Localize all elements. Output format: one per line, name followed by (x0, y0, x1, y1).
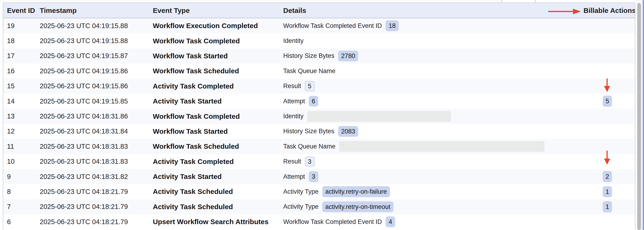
detail-value-badge: 2083 (338, 126, 358, 137)
billable-count-badge: 5 (603, 95, 612, 107)
event-type-cell: Upsert Workflow Search Attributes (153, 218, 283, 226)
detail-label: Activity Type (283, 203, 318, 210)
event-id-cell: 10 (7, 158, 40, 165)
detail-label: Result (283, 158, 301, 165)
event-type-cell: Activity Task Scheduled (153, 203, 283, 211)
event-id-link[interactable]: 17 (7, 52, 14, 59)
table-row: 192025-06-23 UTC 04:19:15.88Workflow Exe… (3, 18, 635, 33)
event-id-link[interactable]: 19 (7, 22, 14, 30)
event-id-cell: 9 (7, 173, 40, 181)
table-row: 122025-06-23 UTC 04:18:31.84Workflow Tas… (3, 124, 635, 139)
table-row: 152025-06-23 UTC 04:19:15.86Activity Tas… (3, 79, 635, 94)
event-id-link[interactable]: 18 (7, 37, 14, 45)
timestamp-cell: 2025-06-23 UTC 04:18:21.79 (40, 188, 153, 196)
detail-value-badge: activity.retry-on-timeout (322, 201, 394, 212)
billable-actions-cell: 1 (584, 201, 635, 212)
timestamp-cell: 2025-06-23 UTC 04:18:31.82 (40, 173, 153, 181)
event-id-link[interactable]: 9 (7, 173, 11, 180)
event-type-cell: Activity Task Scheduled (153, 188, 283, 196)
detail-label: Attempt (283, 98, 305, 105)
timestamp-cell: 2025-06-23 UTC 04:18:31.83 (40, 143, 153, 150)
table-row: 102025-06-23 UTC 04:18:31.83Activity Tas… (3, 154, 635, 169)
detail-label: Result (283, 82, 301, 90)
column-header-timestamp[interactable]: Timestamp (40, 7, 153, 15)
details-cell: Identity (283, 111, 584, 122)
event-type-cell: Activity Task Completed (153, 82, 283, 90)
event-type-cell: Activity Task Started (153, 97, 283, 105)
event-id-link[interactable]: 8 (7, 188, 11, 195)
detail-label: Identity (283, 37, 304, 45)
event-type-cell: Workflow Execution Completed (153, 22, 283, 30)
event-id-link[interactable]: 11 (7, 143, 14, 150)
window-edge-highlight (642, 0, 642, 230)
column-header-event-type[interactable]: Event Type (153, 7, 283, 15)
redacted-value-block (307, 111, 451, 122)
details-cell: Activity Typeactivity.retry-on-timeout (283, 201, 584, 212)
event-id-cell: 16 (7, 67, 40, 75)
table-row: 62025-06-23 UTC 04:18:21.79Upsert Workfl… (3, 214, 635, 229)
billable-actions-cell: 1 (584, 186, 635, 197)
event-id-link[interactable]: 13 (7, 112, 14, 120)
details-cell: Attempt6 (283, 96, 584, 106)
event-type-cell: Workflow Task Started (153, 52, 283, 60)
column-header-event-id[interactable]: Event ID (7, 7, 40, 15)
event-type-cell: Activity Task Completed (153, 158, 283, 166)
details-cell: History Size Bytes2083 (283, 126, 584, 137)
billable-actions-cell: 5 (584, 95, 635, 107)
detail-value-badge: 6 (309, 96, 318, 106)
event-id-link[interactable]: 15 (7, 82, 14, 90)
timestamp-cell: 2025-06-23 UTC 04:19:15.87 (40, 52, 153, 60)
details-cell: Attempt3 (283, 171, 584, 182)
event-id-link[interactable]: 6 (7, 218, 11, 225)
event-id-cell: 19 (7, 22, 40, 30)
column-header-details[interactable]: Details (283, 7, 584, 15)
column-header-billable-actions[interactable]: Billable Actions (584, 7, 635, 15)
scrollbar-thumb[interactable] (637, 3, 641, 230)
detail-label: Task Queue Name (283, 143, 336, 150)
timestamp-cell: 2025-06-23 UTC 04:18:31.84 (40, 128, 153, 135)
detail-value-badge: 4 (386, 216, 395, 227)
event-id-link[interactable]: 7 (7, 203, 11, 210)
detail-value-badge: activity.retry-on-failure (322, 186, 390, 197)
event-type-cell: Activity Task Started (153, 173, 283, 181)
event-id-cell: 15 (7, 82, 40, 90)
event-id-cell: 8 (7, 188, 40, 196)
timestamp-cell: 2025-06-23 UTC 04:18:21.79 (40, 203, 153, 210)
details-cell: Activity Typeactivity.retry-on-failure (283, 186, 584, 197)
details-cell: Workflow Task Completed Event ID18 (283, 20, 584, 31)
table-row: 162025-06-23 UTC 04:19:15.86Workflow Tas… (3, 63, 635, 78)
window-edge-border (643, 0, 644, 230)
event-type-cell: Workflow Task Completed (153, 37, 283, 45)
billable-count-badge: 1 (603, 186, 612, 197)
event-rows: 192025-06-23 UTC 04:19:15.88Workflow Exe… (3, 18, 635, 229)
event-type-cell: Workflow Task Completed (153, 112, 283, 121)
event-id-link[interactable]: 14 (7, 97, 14, 105)
event-id-cell: 6 (7, 218, 40, 226)
billable-count-badge: 2 (603, 171, 612, 182)
event-id-cell: 7 (7, 203, 40, 210)
detail-label: History Size Bytes (283, 52, 334, 59)
table-row: 182025-06-23 UTC 04:19:15.88Workflow Tas… (3, 33, 635, 48)
event-id-link[interactable]: 10 (7, 158, 14, 165)
timestamp-cell: 2025-06-23 UTC 04:19:15.88 (40, 37, 153, 45)
detail-value-badge: 3 (305, 157, 314, 167)
event-id-cell: 14 (7, 97, 40, 105)
event-id-cell: 17 (7, 52, 40, 60)
details-cell: Task Queue Name (283, 67, 584, 75)
detail-label: Activity Type (283, 188, 318, 195)
details-cell: Result5 (283, 81, 584, 91)
timestamp-cell: 2025-06-23 UTC 04:18:21.79 (40, 218, 153, 226)
event-history-screen: Event ID Timestamp Event Type Details Bi… (0, 0, 644, 230)
event-id-link[interactable]: 16 (7, 67, 14, 75)
table-row: 72025-06-23 UTC 04:18:21.79Activity Task… (3, 199, 635, 214)
event-id-link[interactable]: 12 (7, 128, 14, 135)
event-type-cell: Workflow Task Scheduled (153, 142, 283, 150)
table-row: 172025-06-23 UTC 04:19:15.87Workflow Tas… (3, 49, 635, 63)
details-cell: Task Queue Name (283, 141, 584, 152)
detail-label: Workflow Task Completed Event ID (283, 22, 382, 30)
event-type-cell: Workflow Task Started (153, 128, 283, 135)
event-id-cell: 13 (7, 112, 40, 120)
table-row: 142025-06-23 UTC 04:19:15.85Activity Tas… (3, 94, 635, 109)
redacted-value-block (339, 141, 544, 152)
table-header-row: Event ID Timestamp Event Type Details Bi… (3, 3, 635, 18)
